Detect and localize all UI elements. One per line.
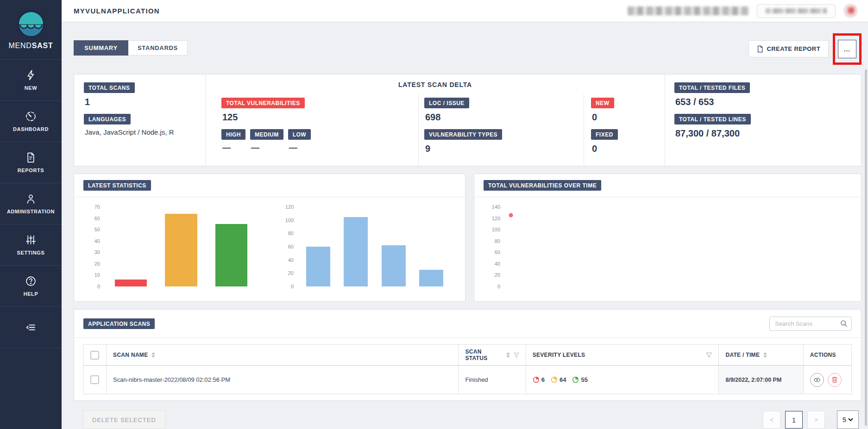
bar: [419, 270, 443, 286]
axis-tick-label: 70: [94, 205, 100, 210]
tested-lines-value: 87,300 / 87,300: [675, 128, 860, 139]
bar: [115, 280, 147, 286]
loc-issue-value: 698: [425, 112, 583, 123]
scrollbar-thumb[interactable]: [865, 69, 867, 426]
table-header-row: SCAN NAME SCAN STATUS: [84, 345, 852, 366]
column-actions: ACTIONS: [803, 345, 851, 366]
view-scan-button[interactable]: [810, 373, 824, 387]
over-time-badge: TOTAL VULNERABILITIES OVER TIME: [484, 180, 601, 191]
secondary-bar-chart: 020406080100120: [279, 207, 452, 286]
sidebar-filler: [0, 348, 62, 429]
sort-icon[interactable]: [763, 352, 767, 358]
sidebar-item-label: NEW: [25, 85, 37, 91]
column-severity-levels[interactable]: SEVERITY LEVELS: [526, 345, 719, 366]
table-footer: DELETE SELECTED < 1 > 5: [74, 410, 862, 429]
sidebar-item-new[interactable]: NEW: [0, 59, 62, 100]
application-scans-card: APPLICATION SCANS: [74, 309, 862, 401]
axis-tick-label: 80: [288, 231, 294, 236]
axis-tick-label: 120: [285, 205, 294, 210]
column-scan-name[interactable]: SCAN NAME: [107, 345, 459, 366]
current-page-button[interactable]: 1: [785, 411, 803, 429]
brand-text: MENDSAST: [8, 42, 53, 50]
sidebar-item-administration[interactable]: ADMINISTRATION: [0, 183, 62, 224]
delta-vulnerabilities: TOTAL VULNERABILITIES 125 HIGH — MEDIUM …: [206, 94, 418, 166]
sidebar-collapse-button[interactable]: [0, 306, 62, 348]
delta-loc-types: LOC / ISSUE 698 VULNERABILITY TYPES 9: [418, 94, 584, 166]
dashboard-gauge-icon: [25, 111, 37, 122]
column-date-time[interactable]: DATE / TIME: [719, 345, 803, 366]
plot-area: [106, 207, 257, 286]
axis-tick-label: 20: [288, 271, 294, 276]
search-icon[interactable]: [840, 320, 848, 329]
axis-tick-label: 60: [288, 244, 294, 249]
sidebar-item-label: DASHBOARD: [13, 126, 49, 132]
languages-badge: LANGUAGES: [84, 114, 131, 124]
sort-icon[interactable]: [151, 352, 155, 358]
org-selector-blurred[interactable]: [757, 4, 836, 18]
create-report-button[interactable]: CREATE REPORT: [748, 40, 829, 57]
axis-tick-label: 40: [495, 261, 500, 266]
scan-status-cell: Finished: [459, 366, 526, 394]
axis-tick-label: 40: [94, 238, 100, 243]
column-scan-status[interactable]: SCAN STATUS: [459, 345, 526, 366]
bar: [382, 245, 406, 286]
y-axis: 020406080100120: [279, 207, 294, 286]
sidebar-item-reports[interactable]: REPORTS: [0, 142, 62, 183]
prev-page-button[interactable]: <: [763, 411, 780, 429]
avatar[interactable]: [843, 4, 858, 18]
axis-tick-label: 30: [94, 250, 100, 255]
plot-area: [506, 207, 846, 286]
filter-icon[interactable]: [706, 352, 712, 358]
filter-icon[interactable]: [514, 352, 519, 358]
pie-icon: [533, 376, 540, 383]
axis-tick-label: 40: [288, 257, 294, 262]
delta-new-fixed: NEW 0 FIXED 0: [584, 94, 665, 166]
latest-statistics-card: LATEST STATISTICS 010203040506070 020406…: [74, 174, 465, 302]
tab-summary[interactable]: SUMMARY: [74, 40, 128, 56]
tab-standards[interactable]: STANDARDS: [128, 40, 188, 56]
eye-icon: [813, 376, 821, 384]
medium-badge: MEDIUM: [250, 129, 283, 140]
axis-tick-label: 20: [495, 273, 500, 278]
trash-icon: [831, 376, 838, 383]
sidebar-item-label: SETTINGS: [17, 250, 45, 255]
high-value: —: [221, 143, 245, 153]
sort-icon[interactable]: [506, 352, 510, 358]
total-vulnerabilities-value: 125: [222, 112, 417, 123]
bar: [344, 217, 368, 287]
data-point: [509, 213, 513, 218]
sidebar-item-label: HELP: [24, 291, 38, 297]
next-page-button[interactable]: >: [807, 411, 825, 429]
page-size-select[interactable]: 5: [837, 410, 859, 429]
loc-issue-badge: LOC / ISSUE: [424, 98, 469, 108]
charts-row: LATEST STATISTICS 010203040506070 020406…: [74, 174, 862, 302]
delete-scan-button[interactable]: [828, 373, 842, 387]
summary-stats-card: TOTAL SCANS 1 LANGUAGES Java, JavaScript…: [74, 74, 862, 166]
sidebar-item-help[interactable]: HELP: [0, 265, 62, 306]
search-input[interactable]: [769, 317, 852, 331]
row-checkbox[interactable]: [90, 375, 99, 384]
vulnerabilities-over-time-card: TOTAL VULNERABILITIES OVER TIME 02040608…: [474, 174, 862, 302]
delta-title: LATEST SCAN DELTA: [206, 81, 665, 88]
medium-value: —: [250, 143, 283, 153]
languages-value: Java, JavaScript / Node.js, R: [85, 128, 204, 136]
high-badge: HIGH: [221, 129, 245, 140]
delete-selected-button[interactable]: DELETE SELECTED: [83, 410, 165, 429]
person-icon: [25, 193, 37, 205]
axis-tick-label: 10: [94, 273, 100, 278]
axis-tick-label: 120: [492, 216, 500, 221]
fixed-value: 0: [592, 143, 664, 154]
axis-tick-label: 60: [94, 216, 100, 221]
select-all-checkbox[interactable]: [90, 351, 99, 360]
sidebar-item-dashboard[interactable]: DASHBOARD: [0, 100, 62, 142]
collapse-menu-icon: [25, 322, 37, 333]
over-time-scatter-chart: 020406080100120140: [485, 207, 848, 286]
low-badge: LOW: [288, 129, 311, 140]
date-time-cell: 8/9/2022, 2:07:00 PM: [719, 366, 803, 394]
sidebar-item-settings[interactable]: SETTINGS: [0, 224, 62, 265]
scan-name-cell[interactable]: Scan-nibrs-master-2022/08/09 02:02:56 PM: [107, 366, 459, 394]
bar: [306, 247, 330, 286]
severity-badges-row: HIGH — MEDIUM — LOW —: [221, 129, 418, 153]
more-options-button[interactable]: ...: [838, 40, 856, 58]
sidebar-item-label: ADMINISTRATION: [7, 209, 55, 214]
